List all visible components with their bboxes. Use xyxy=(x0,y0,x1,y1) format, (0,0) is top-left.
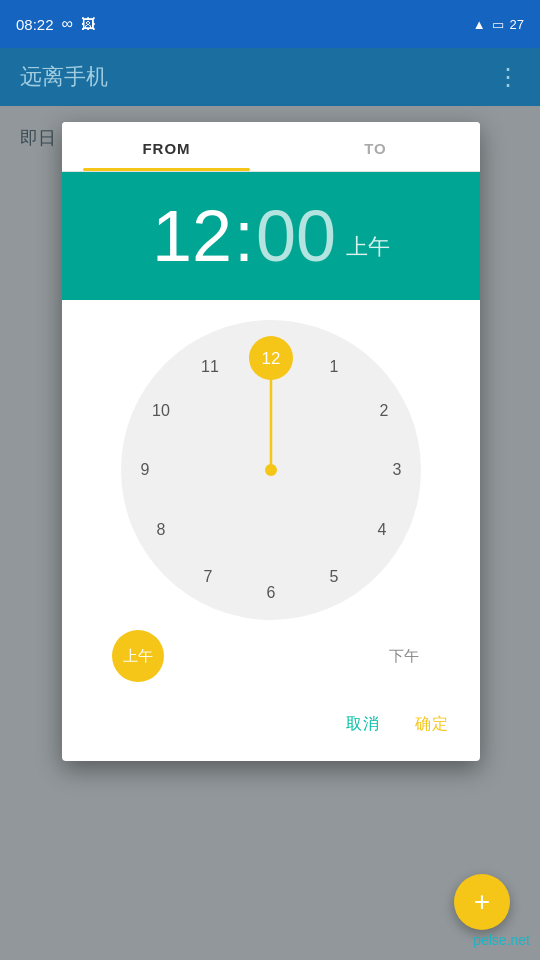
time-picker-dialog: FROM TO 12 : 00 上午 12 1 2 xyxy=(62,122,480,761)
battery-outline-icon: ▭ xyxy=(492,17,504,32)
hour-10-label[interactable]: 10 xyxy=(152,402,170,419)
pm-button[interactable]: 下午 xyxy=(378,630,430,682)
status-left: 08:22 ∞ 🖼 xyxy=(16,15,95,33)
time-hours[interactable]: 12 xyxy=(152,200,232,272)
hour-4-label[interactable]: 4 xyxy=(378,521,387,538)
sync-icon: ∞ xyxy=(62,15,73,33)
time-ampm: 上午 xyxy=(346,232,390,262)
tab-to[interactable]: TO xyxy=(271,122,480,171)
ampm-row: 上午 下午 xyxy=(82,620,460,682)
action-row: 取消 确定 xyxy=(62,692,480,761)
wifi-signal-icon: ▲ xyxy=(473,17,486,32)
hour-5-label[interactable]: 5 xyxy=(330,568,339,585)
hour-1-label[interactable]: 1 xyxy=(330,358,339,375)
tab-from[interactable]: FROM xyxy=(62,122,271,171)
hour-7-label[interactable]: 7 xyxy=(204,568,213,585)
clock-svg: 12 1 2 3 4 5 6 7 8 9 10 xyxy=(121,320,421,620)
hour-12-label: 12 xyxy=(262,349,281,368)
cancel-button[interactable]: 取消 xyxy=(338,708,387,741)
fab-button[interactable]: + xyxy=(454,874,510,930)
app-bar: 远离手机 ⋮ xyxy=(0,48,540,106)
hour-3-label[interactable]: 3 xyxy=(393,461,402,478)
status-right: ▲ ▭ 27 xyxy=(473,17,524,32)
hour-11-label[interactable]: 11 xyxy=(201,358,219,375)
confirm-button[interactable]: 确定 xyxy=(407,708,456,741)
battery-level: 27 xyxy=(510,17,524,32)
hour-6-label[interactable]: 6 xyxy=(267,584,276,601)
image-icon: 🖼 xyxy=(81,16,95,32)
time-colon: : xyxy=(234,200,254,272)
more-options-icon[interactable]: ⋮ xyxy=(496,63,520,91)
time-display: 12 : 00 上午 xyxy=(62,172,480,300)
app-title: 远离手机 xyxy=(20,62,108,92)
time-minutes[interactable]: 00 xyxy=(256,200,336,272)
clock-face[interactable]: 12 1 2 3 4 5 6 7 8 9 10 xyxy=(121,320,421,620)
clock-area: 12 1 2 3 4 5 6 7 8 9 10 xyxy=(62,300,480,692)
hour-2-label[interactable]: 2 xyxy=(380,402,389,419)
clock-center-dot xyxy=(265,464,277,476)
fab-icon: + xyxy=(474,886,490,918)
watermark: pelse.net xyxy=(473,932,530,948)
hour-8-label[interactable]: 8 xyxy=(157,521,166,538)
am-button[interactable]: 上午 xyxy=(112,630,164,682)
hour-9-label[interactable]: 9 xyxy=(141,461,150,478)
tabs: FROM TO xyxy=(62,122,480,172)
status-time: 08:22 xyxy=(16,16,54,33)
status-bar: 08:22 ∞ 🖼 ▲ ▭ 27 xyxy=(0,0,540,48)
